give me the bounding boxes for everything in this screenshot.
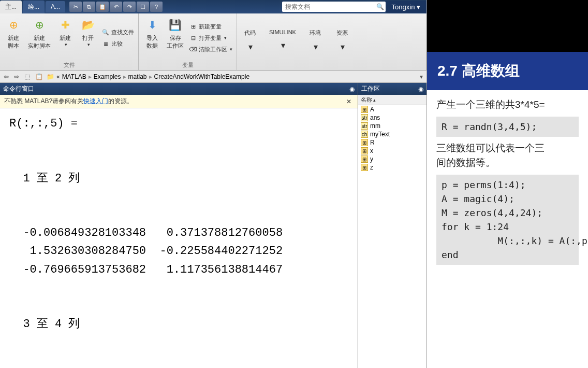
import-data-button[interactable]: ⬇导入 数据 [142, 16, 163, 60]
search-box: 🔍 [282, 2, 386, 12]
hint-close-icon[interactable]: ✕ [344, 98, 354, 105]
slide-line1: 产生一个三维的共3*4*5= [436, 97, 579, 112]
workspace-title-text: 工作区 [361, 84, 380, 93]
new-live-script-button[interactable]: ⊕新建 实时脚本 [26, 16, 53, 60]
array-icon: ⊞ [361, 164, 368, 171]
switch-icon[interactable]: ☐ [137, 2, 149, 12]
ws-item[interactable]: ⊞z [358, 163, 427, 172]
string-icon: ch [361, 131, 368, 138]
up-button[interactable]: ⬚ [23, 73, 32, 80]
search-input[interactable] [282, 3, 375, 10]
string-icon: str [361, 122, 368, 130]
address-bar: ⇦ ⇨ ⬚ 📋 📁 « MATLAB▸ Examples▸ matlab▸ Cr… [0, 70, 427, 83]
new-script-button[interactable]: ⊕新建 脚本 [3, 16, 24, 60]
workspace-list: ⊞A strans strmm chmyText ⊞R ⊞x ⊞y ⊞z [358, 105, 427, 368]
ws-item[interactable]: ⊞y [358, 155, 427, 163]
ws-item[interactable]: chmyText [358, 130, 427, 138]
string-icon: str [361, 114, 368, 121]
slide-line2: 三维数组可以代表一个三 [436, 141, 579, 156]
main-area: 命令行窗口 ◉ 不熟悉 MATLAB?请参阅有关 快速入门 的资源。 ✕ R(:… [0, 83, 427, 368]
array-icon: ⊞ [361, 106, 368, 113]
env-dropdown[interactable]: 环境▾ [305, 28, 325, 68]
command-output[interactable]: R(:,:,5) = 1 至 2 列 -0.006849328103348 0.… [0, 108, 358, 368]
ribbon-group-file: ⊕新建 脚本 ⊕新建 实时脚本 ✚新建▾ 📂打开▾ 🔍查找文件 ≣比较 文件 [0, 13, 139, 70]
slide-pane: 2.7 高维数组 产生一个三维的共3*4*5= R = randn(3,4,5)… [427, 0, 588, 368]
ribbon-group-variable: ⬇导入 数据 💾保存 工作区 ⊞新建变量 ⊟打开变量▾ ⌫清除工作区▾ 变量 [139, 13, 237, 70]
ribbon-group-more: 代码▾ SIMULINK▾ 环境▾ 资源▾ [237, 13, 427, 70]
undo-icon[interactable]: ↶ [110, 2, 122, 12]
crumb-0[interactable]: MATLAB [62, 73, 86, 80]
new-button[interactable]: ✚新建▾ [55, 16, 76, 60]
workspace-panel: 工作区 ◉ 名称▴ ⊞A strans strmm chmyText ⊞R ⊞x… [358, 83, 427, 368]
ws-item[interactable]: ⊞R [358, 138, 427, 147]
tab-apps[interactable]: A... [46, 1, 65, 12]
slide-title: 2.7 高维数组 [427, 52, 588, 90]
compare-button[interactable]: ≣比较 [100, 38, 135, 49]
hint-prefix: 不熟悉 MATLAB?请参阅有关 [4, 97, 83, 106]
group-label-variable: 变量 [142, 60, 233, 69]
breadcrumb: « MATLAB▸ Examples▸ matlab▸ CreateAndWor… [56, 73, 249, 80]
command-window-title: 命令行窗口 ◉ [0, 83, 358, 95]
crumb-2[interactable]: matlab [128, 73, 147, 80]
tab-bar: 主... 绘... A... ✂ ⧉ 📋 ↶ ↷ ☐ ? 🔍 Tongxin ▾ [0, 0, 427, 13]
workspace-header[interactable]: 名称▴ [358, 95, 427, 105]
save-workspace-button[interactable]: 💾保存 工作区 [165, 16, 186, 60]
matlab-window: 主... 绘... A... ✂ ⧉ 📋 ↶ ↷ ☐ ? 🔍 Tongxin ▾… [0, 0, 427, 368]
workspace-title: 工作区 ◉ [358, 83, 427, 95]
slide-line3: 间的数据等。 [436, 155, 579, 171]
ribbon: ⊕新建 脚本 ⊕新建 实时脚本 ✚新建▾ 📂打开▾ 🔍查找文件 ≣比较 文件 ⬇… [0, 13, 427, 70]
array-icon: ⊞ [361, 139, 368, 146]
hint-suffix: 的资源。 [108, 97, 133, 106]
paste-icon[interactable]: 📋 [96, 2, 109, 12]
clear-ws-button[interactable]: ⌫清除工作区▾ [188, 44, 233, 54]
folder-icon: 📁 [47, 73, 54, 80]
command-window-title-text: 命令行窗口 [3, 84, 34, 93]
open-button[interactable]: 📂打开▾ [78, 16, 98, 60]
crumb-1[interactable]: Examples [94, 73, 121, 80]
open-var-button[interactable]: ⊟打开变量▾ [188, 33, 233, 43]
user-label[interactable]: Tongxin ▾ [386, 1, 427, 13]
path-dropdown[interactable]: ▾ [418, 73, 424, 80]
tab-plots[interactable]: 绘... [23, 1, 45, 13]
array-icon: ⊞ [361, 155, 368, 163]
ws-item[interactable]: strmm [358, 122, 427, 130]
redo-icon[interactable]: ↷ [123, 2, 136, 12]
new-var-button[interactable]: ⊞新建变量 [188, 21, 233, 32]
quick-access-toolbar: ✂ ⧉ 📋 ↶ ↷ ☐ ? [69, 2, 163, 12]
copy-icon[interactable]: ⧉ [83, 2, 95, 12]
hint-link[interactable]: 快速入门 [83, 97, 108, 106]
tab-home[interactable]: 主... [0, 1, 22, 13]
slide-code2: p = perms(1:4); A = magic(4); M = zeros(… [436, 175, 579, 265]
slide-black-bar [427, 0, 588, 52]
crumb-3[interactable]: CreateAndWorkWithTableExample [154, 73, 250, 80]
group-label-file: 文件 [3, 60, 135, 69]
cut-icon[interactable]: ✂ [69, 2, 82, 12]
panel-menu-icon[interactable]: ◉ [349, 86, 355, 93]
ws-item[interactable]: ⊞A [358, 105, 427, 114]
forward-button[interactable]: ⇨ [12, 73, 21, 80]
slide-body: 产生一个三维的共3*4*5= R = randn(3,4,5); 三维数组可以代… [427, 90, 588, 276]
slide-code1: R = randn(3,4,5); [436, 117, 579, 137]
help-icon[interactable]: ? [150, 2, 163, 12]
crumb-prefix: « [56, 73, 60, 80]
resources-dropdown[interactable]: 资源▾ [332, 28, 352, 68]
code-dropdown[interactable]: 代码▾ [240, 28, 260, 68]
ws-item[interactable]: strans [358, 114, 427, 122]
recent-button[interactable]: 📋 [34, 73, 45, 80]
find-files-button[interactable]: 🔍查找文件 [100, 27, 135, 37]
search-icon[interactable]: 🔍 [375, 3, 386, 10]
hint-bar: 不熟悉 MATLAB?请参阅有关 快速入门 的资源。 ✕ [0, 95, 358, 108]
back-button[interactable]: ⇦ [2, 73, 10, 80]
panel-menu-icon[interactable]: ◉ [418, 86, 423, 93]
command-window-panel: 命令行窗口 ◉ 不熟悉 MATLAB?请参阅有关 快速入门 的资源。 ✕ R(:… [0, 83, 358, 368]
array-icon: ⊞ [361, 147, 368, 154]
ws-item[interactable]: ⊞x [358, 147, 427, 155]
simulink-dropdown[interactable]: SIMULINK▾ [267, 28, 298, 68]
